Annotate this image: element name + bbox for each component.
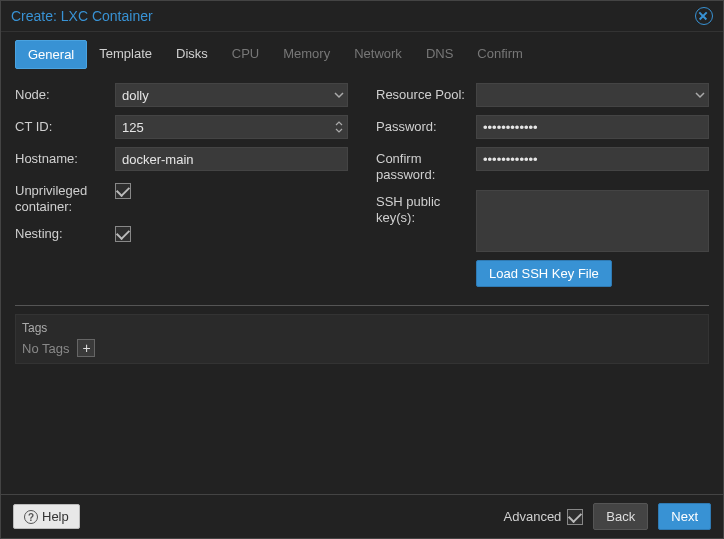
separator bbox=[15, 305, 709, 306]
close-icon[interactable] bbox=[695, 7, 713, 25]
nesting-checkbox[interactable] bbox=[115, 226, 131, 242]
next-button[interactable]: Next bbox=[658, 503, 711, 530]
advanced-label: Advanced bbox=[504, 509, 562, 524]
hostname-label: Hostname: bbox=[15, 147, 115, 167]
form-body: Node: CT ID: bbox=[1, 69, 723, 494]
add-tag-button[interactable]: + bbox=[77, 339, 95, 357]
dialog-title: Create: LXC Container bbox=[11, 8, 153, 24]
ssh-keys-label: SSH public key(s): bbox=[376, 190, 476, 225]
tab-network[interactable]: Network bbox=[342, 40, 414, 69]
node-label: Node: bbox=[15, 83, 115, 103]
ssh-keys-textarea[interactable] bbox=[476, 190, 709, 252]
help-icon: ? bbox=[24, 510, 38, 524]
load-ssh-key-button[interactable]: Load SSH Key File bbox=[476, 260, 612, 287]
left-column: Node: CT ID: bbox=[15, 83, 348, 287]
back-button[interactable]: Back bbox=[593, 503, 648, 530]
tab-disks[interactable]: Disks bbox=[164, 40, 220, 69]
ctid-input[interactable] bbox=[115, 115, 348, 139]
ctid-label: CT ID: bbox=[15, 115, 115, 135]
password-input[interactable] bbox=[476, 115, 709, 139]
hostname-input[interactable] bbox=[115, 147, 348, 171]
nesting-label: Nesting: bbox=[15, 222, 115, 242]
pool-label: Resource Pool: bbox=[376, 83, 476, 103]
unprivileged-label: Unprivileged container: bbox=[15, 179, 115, 214]
tags-heading: Tags bbox=[22, 321, 702, 335]
tab-confirm[interactable]: Confirm bbox=[465, 40, 535, 69]
tab-cpu[interactable]: CPU bbox=[220, 40, 271, 69]
plus-icon: + bbox=[82, 341, 90, 355]
tab-dns[interactable]: DNS bbox=[414, 40, 465, 69]
right-column: Resource Pool: Password: Confirm passwor… bbox=[376, 83, 709, 287]
pool-select[interactable] bbox=[476, 83, 709, 107]
help-button[interactable]: ?Help bbox=[13, 504, 80, 530]
footer-bar: ?Help Advanced Back Next bbox=[1, 494, 723, 538]
tab-template[interactable]: Template bbox=[87, 40, 164, 69]
tab-general[interactable]: General bbox=[15, 40, 87, 69]
tab-memory[interactable]: Memory bbox=[271, 40, 342, 69]
title-bar: Create: LXC Container bbox=[1, 1, 723, 32]
help-label: Help bbox=[42, 509, 69, 524]
tags-section: Tags No Tags + bbox=[15, 314, 709, 364]
no-tags-text: No Tags bbox=[22, 341, 69, 356]
confirm-password-label: Confirm password: bbox=[376, 147, 476, 182]
advanced-checkbox[interactable] bbox=[567, 509, 583, 525]
create-lxc-dialog: Create: LXC Container General Template D… bbox=[0, 0, 724, 539]
unprivileged-checkbox[interactable] bbox=[115, 183, 131, 199]
tab-bar: General Template Disks CPU Memory Networ… bbox=[1, 32, 723, 69]
confirm-password-input[interactable] bbox=[476, 147, 709, 171]
password-label: Password: bbox=[376, 115, 476, 135]
node-select[interactable] bbox=[115, 83, 348, 107]
